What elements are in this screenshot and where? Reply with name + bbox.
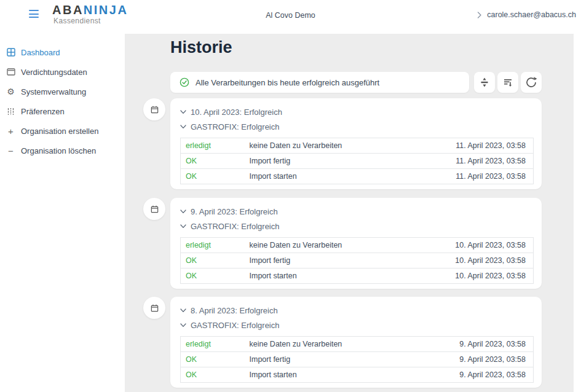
group-header-toggle[interactable]: 8. April 2023: Erfolgreich <box>180 306 533 315</box>
row-timestamp: 11. April 2023, 03:58 <box>405 138 534 154</box>
main-content: Historie Alle Verarbeitungen bis heute e… <box>125 34 574 392</box>
table-row: OK Import starten 9. April 2023, 03:58 <box>181 367 534 383</box>
sidebar-item-dashboard[interactable]: Dashboard <box>0 42 125 62</box>
row-status: OK <box>181 367 245 383</box>
expand-rows-icon <box>478 76 491 88</box>
status-banner: Alle Verarbeitungen bis heute erfolgreic… <box>170 72 469 93</box>
row-message: keine Daten zu Verarbeiten <box>245 138 405 154</box>
row-message: Import starten <box>245 367 408 383</box>
row-status: OK <box>181 253 245 269</box>
row-message: keine Daten zu Verarbeiten <box>245 337 408 352</box>
group-subheader-toggle[interactable]: GASTROFIX: Erfolgreich <box>180 222 533 231</box>
row-message: Import fertig <box>245 253 405 269</box>
calendar-badge <box>143 297 165 319</box>
sidebar-item-label: Verdichtungsdaten <box>21 68 87 77</box>
row-status: OK <box>181 169 245 184</box>
minus-icon: − <box>6 146 15 155</box>
check-circle-icon <box>180 77 189 87</box>
row-status: erledigt <box>181 238 245 253</box>
row-message: Import starten <box>245 169 405 184</box>
scrollbar[interactable] <box>574 34 581 392</box>
sidebar-item-label: Systemverwaltung <box>21 87 86 96</box>
sidebar-nav: Dashboard Verdichtungsdaten ⚙ Systemverw… <box>0 34 125 160</box>
row-timestamp: 11. April 2023, 03:58 <box>405 169 534 184</box>
table-row: erledigt keine Daten zu Verarbeiten 9. A… <box>181 337 534 352</box>
user-menu[interactable]: carole.schaer@abacus.ch <box>477 10 576 19</box>
chevron-right-icon <box>477 12 482 18</box>
calendar-badge <box>143 198 165 220</box>
history-table: erledigt keine Daten zu Verarbeiten 10. … <box>180 237 534 284</box>
table-row: erledigt keine Daten zu Verarbeiten 10. … <box>181 238 534 253</box>
group-subheader-toggle[interactable]: GASTROFIX: Erfolgreich <box>180 321 533 330</box>
table-row: OK Import fertig 11. April 2023, 03:58 <box>181 154 534 169</box>
row-timestamp: 10. April 2023, 03:58 <box>404 238 533 253</box>
filter-sort-icon <box>502 76 514 88</box>
sidebar: Dashboard Verdichtungsdaten ⚙ Systemverw… <box>0 34 125 392</box>
chevron-down-icon <box>180 110 186 114</box>
topbar: ABANINJA Kassendienst Al Covo Demo carol… <box>0 0 581 34</box>
calendar-icon <box>150 205 159 214</box>
table-row: OK Import fertig 9. April 2023, 03:58 <box>181 352 534 367</box>
filter-sort-button[interactable] <box>497 72 518 93</box>
history-table: erledigt keine Daten zu Verarbeiten 11. … <box>180 138 534 184</box>
group-header-toggle[interactable]: 10. April 2023: Erfolgreich <box>180 108 533 117</box>
row-timestamp: 10. April 2023, 03:58 <box>404 269 533 284</box>
sidebar-item-label: Präferenzen <box>21 107 65 116</box>
table-row: OK Import starten 11. April 2023, 03:58 <box>181 169 534 184</box>
row-message: Import fertig <box>245 154 405 169</box>
sidebar-item-systemverwaltung[interactable]: ⚙ Systemverwaltung <box>0 82 125 101</box>
page-title: Historie <box>170 38 232 57</box>
row-status: OK <box>181 154 245 169</box>
calendar-icon <box>150 304 159 313</box>
group-subtitle: GASTROFIX: Erfolgreich <box>191 321 279 330</box>
history-table: erledigt keine Daten zu Verarbeiten 9. A… <box>180 336 534 383</box>
row-message: Import starten <box>245 269 405 284</box>
sidebar-item-label: Organisation erstellen <box>21 127 98 136</box>
row-timestamp: 9. April 2023, 03:58 <box>408 352 533 367</box>
table-row: OK Import starten 10. April 2023, 03:58 <box>181 269 534 284</box>
group-subtitle: GASTROFIX: Erfolgreich <box>191 122 279 131</box>
group-subheader-toggle[interactable]: GASTROFIX: Erfolgreich <box>180 122 533 131</box>
group-title: 8. April 2023: Erfolgreich <box>191 306 278 315</box>
sidebar-item-label: Dashboard <box>21 48 60 57</box>
group-title: 10. April 2023: Erfolgreich <box>191 108 282 117</box>
history-group-card: 10. April 2023: Erfolgreich GASTROFIX: E… <box>170 98 542 189</box>
chevron-down-icon <box>180 210 186 214</box>
chevron-down-icon <box>180 224 186 229</box>
history-group-card: 9. April 2023: Erfolgreich GASTROFIX: Er… <box>170 198 542 289</box>
chevron-down-icon <box>180 308 186 313</box>
expand-rows-button[interactable] <box>474 72 495 93</box>
row-timestamp: 10. April 2023, 03:58 <box>404 253 533 269</box>
history-group-card: 8. April 2023: Erfolgreich GASTROFIX: Er… <box>170 297 542 388</box>
sidebar-item-organisation-erstellen[interactable]: + Organisation erstellen <box>0 121 125 141</box>
row-message: Import fertig <box>245 352 408 367</box>
chevron-down-icon <box>180 125 186 129</box>
row-timestamp: 9. April 2023, 03:58 <box>408 367 533 383</box>
table-row: OK Import fertig 10. April 2023, 03:58 <box>181 253 534 269</box>
gear-icon: ⚙ <box>6 87 15 96</box>
group-title: 9. April 2023: Erfolgreich <box>191 207 278 216</box>
row-status: erledigt <box>181 337 245 352</box>
sidebar-item-organisation-loeschen[interactable]: − Organisation löschen <box>0 141 125 160</box>
user-email: carole.schaer@abacus.ch <box>487 10 576 19</box>
row-timestamp: 9. April 2023, 03:58 <box>408 337 533 352</box>
group-subtitle: GASTROFIX: Erfolgreich <box>191 222 279 231</box>
table-row: erledigt keine Daten zu Verarbeiten 11. … <box>181 138 534 154</box>
row-message: keine Daten zu Verarbeiten <box>245 238 405 253</box>
group-header-toggle[interactable]: 9. April 2023: Erfolgreich <box>180 207 533 216</box>
dashboard-grid-icon <box>6 48 15 57</box>
status-message: Alle Verarbeitungen bis heute erfolgreic… <box>196 78 379 87</box>
plus-icon: + <box>6 127 15 136</box>
calendar-icon <box>150 105 159 114</box>
window-icon <box>6 68 15 77</box>
calendar-badge <box>143 98 165 120</box>
row-status: OK <box>181 352 245 367</box>
row-status: erledigt <box>181 138 245 154</box>
sliders-icon <box>6 107 15 116</box>
row-status: OK <box>181 269 245 284</box>
sidebar-item-verdichtungsdaten[interactable]: Verdichtungsdaten <box>0 62 125 82</box>
row-timestamp: 11. April 2023, 03:58 <box>405 154 534 169</box>
sidebar-item-label: Organisation löschen <box>21 146 96 155</box>
refresh-button[interactable] <box>521 72 542 93</box>
sidebar-item-praeferenzen[interactable]: Präferenzen <box>0 101 125 121</box>
